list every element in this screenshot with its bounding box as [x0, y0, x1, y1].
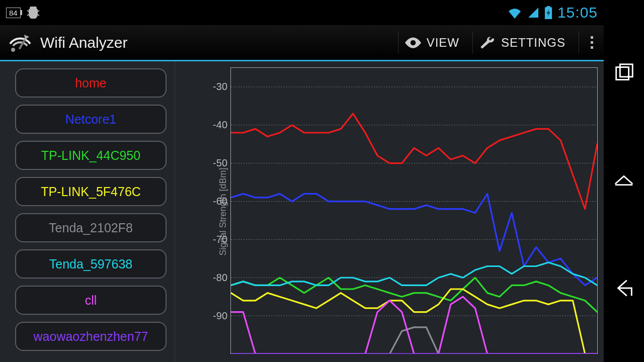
clock: 15:05: [557, 4, 598, 21]
battery-level-box: 84: [6, 8, 21, 18]
home-icon[interactable]: [612, 169, 635, 193]
network-item[interactable]: Tenda_597638: [15, 249, 167, 279]
system-nav-bar: [604, 0, 644, 362]
series-line: [231, 114, 597, 209]
y-tick-label: -50: [213, 157, 227, 169]
y-tick-label: -70: [213, 234, 227, 245]
battery-charging-icon: [544, 6, 552, 19]
network-name: TP-LINK_5F476C: [41, 185, 141, 199]
network-name: home: [75, 76, 107, 90]
network-name: cll: [85, 293, 97, 308]
wrench-icon: [479, 36, 496, 50]
settings-label: SETTINGS: [501, 36, 566, 50]
view-label: VIEW: [427, 36, 459, 50]
svg-rect-1: [546, 6, 550, 8]
y-tick-label: -60: [213, 196, 227, 207]
eye-icon: [405, 36, 422, 50]
y-tick-label: -30: [213, 81, 227, 93]
recent-apps-icon[interactable]: [612, 62, 635, 85]
cell-signal-icon: [527, 7, 539, 19]
y-tick-label: -40: [213, 119, 227, 131]
back-icon[interactable]: [612, 277, 635, 300]
android-status-bar: 84 15:05: [0, 0, 604, 25]
network-list: homeNetcore1TP-LINK_44C950TP-LINK_5F476C…: [0, 61, 175, 362]
series-line: [231, 327, 597, 354]
android-debug-icon: [26, 7, 41, 19]
overflow-menu-button[interactable]: [579, 32, 599, 54]
network-name: waowaozhenzhen77: [34, 329, 148, 344]
network-name: TP-LINK_44C950: [41, 148, 140, 163]
network-item[interactable]: home: [15, 68, 167, 98]
network-item[interactable]: Tenda_2102F8: [15, 213, 167, 242]
network-item[interactable]: TP-LINK_44C950: [15, 141, 167, 170]
series-line: [231, 289, 597, 354]
signal-chart: [230, 67, 598, 354]
main-content: homeNetcore1TP-LINK_44C950TP-LINK_5F476C…: [0, 61, 604, 362]
action-bar: Wifi Analyzer VIEW SETTINGS: [0, 25, 604, 61]
network-name: Netcore1: [65, 112, 116, 127]
series-line: [231, 297, 597, 354]
network-name: Tenda_597638: [49, 257, 132, 272]
network-item[interactable]: cll: [15, 286, 167, 315]
app-title: Wifi Analyzer: [40, 34, 391, 51]
svg-rect-13: [620, 64, 632, 76]
network-name: Tenda_2102F8: [49, 221, 133, 235]
network-item[interactable]: Netcore1: [15, 105, 167, 134]
y-tick-label: -80: [213, 272, 227, 284]
y-tick-label: -90: [213, 310, 227, 322]
view-button[interactable]: VIEW: [398, 32, 465, 54]
network-item[interactable]: TP-LINK_5F476C: [15, 177, 167, 206]
app-icon: [7, 32, 33, 54]
wifi-status-icon: [507, 7, 522, 19]
settings-button[interactable]: SETTINGS: [472, 32, 572, 54]
network-item[interactable]: waowaozhenzhen77: [15, 322, 167, 351]
chart-area[interactable]: Signal Strength [dBm] -30-40-50-60-70-80…: [175, 61, 604, 362]
svg-point-2: [11, 48, 15, 52]
svg-rect-12: [616, 67, 629, 79]
